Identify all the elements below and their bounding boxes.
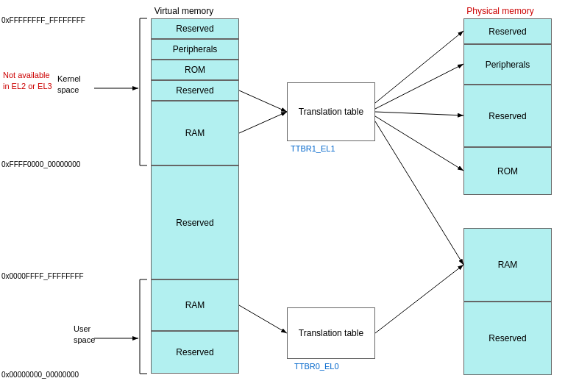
user-space-label: User space (74, 324, 95, 346)
vm-reserved-kernel: Reserved (151, 80, 239, 101)
vm-peripherals: Peripherals (151, 39, 239, 60)
vm-ram-kernel: RAM (151, 101, 239, 165)
physical-memory-header: Physical memory (449, 6, 552, 16)
kernel-space-label: Kernel space (57, 74, 81, 96)
diagram: Virtual memory Physical memory 0xFFFFFFF… (0, 0, 565, 392)
pm-rom: ROM (463, 147, 552, 195)
translation-table-1: Translation table (287, 82, 375, 141)
svg-line-6 (375, 116, 463, 171)
vm-ram-user: RAM (151, 279, 239, 331)
vm-reserved-top: Reserved (151, 18, 239, 39)
pm-ram: RAM (463, 228, 552, 302)
svg-line-3 (375, 31, 463, 103)
svg-line-2 (239, 112, 287, 133)
addr-mid-bot: 0x0000FFFF_FFFFFFFF (1, 272, 84, 280)
pm-reserved-bottom: Reserved (463, 302, 552, 375)
vm-reserved-large: Reserved (151, 165, 239, 279)
svg-line-8 (239, 305, 287, 333)
pm-reserved-top: Reserved (463, 18, 552, 44)
addr-bottom: 0x00000000_00000000 (1, 371, 79, 379)
virtual-memory-header: Virtual memory (132, 6, 235, 16)
svg-line-7 (375, 121, 463, 265)
translation-table-2: Translation table (287, 307, 375, 359)
not-available-label: Not available in EL2 or EL3 (3, 70, 52, 93)
addr-top: 0xFFFFFFFF_FFFFFFFF (1, 16, 85, 24)
svg-line-9 (375, 265, 463, 333)
ttbr0-label: TTBR0_EL0 (294, 362, 339, 371)
pm-reserved-mid: Reserved (463, 85, 552, 147)
pm-peripherals: Peripherals (463, 44, 552, 85)
svg-line-4 (375, 64, 463, 109)
svg-line-1 (239, 90, 287, 112)
vm-reserved-bottom: Reserved (151, 331, 239, 374)
ttbr1-label: TTBR1_EL1 (291, 144, 335, 153)
addr-mid-top: 0xFFFF0000_00000000 (1, 160, 80, 168)
vm-rom: ROM (151, 60, 239, 80)
svg-line-5 (375, 112, 463, 115)
